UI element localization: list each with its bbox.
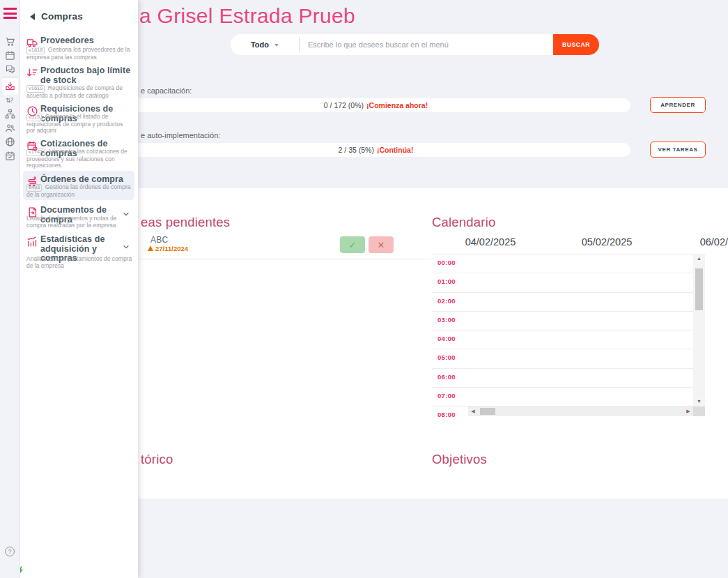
- time-label: 06:00: [432, 369, 456, 381]
- divider: [138, 259, 431, 259]
- sidebar-item-description: Analiza los comportamientos de compra de…: [26, 255, 132, 269]
- time-label: 04:00: [432, 330, 456, 342]
- chevron-down-icon: [274, 44, 279, 47]
- horizontal-scrollbar[interactable]: ◀ ▶: [468, 406, 693, 416]
- icon-rail: ⇅? ?: [0, 0, 20, 578]
- chevron-down-icon: [123, 243, 130, 250]
- implementation-progress-value: 2 / 35 (5%): [339, 146, 374, 154]
- calendar-row: 07:00: [432, 387, 705, 406]
- footer-section: [138, 499, 728, 578]
- menu-title: Compras: [41, 11, 83, 22]
- horizontal-scrollbar-thumb[interactable]: [480, 408, 495, 415]
- calendar-row: 05:00: [432, 349, 705, 367]
- inbox-download-icon: [5, 81, 15, 91]
- calendar-row: 02:00: [432, 292, 705, 311]
- time-label: 05:00: [432, 349, 456, 361]
- search-filter-dropdown[interactable]: Todo: [231, 34, 299, 55]
- task-complete-button[interactable]: ✓: [340, 236, 365, 253]
- calendar-row: 01:00: [432, 273, 705, 291]
- sidebar-item-description: Listado de documentos y notas de compra …: [26, 215, 116, 229]
- main-content: a Grisel Estrada Prueb Todo BUSCAR e cap…: [138, 0, 728, 578]
- objectives-title: Objetivos: [432, 452, 487, 467]
- globe-icon[interactable]: [5, 137, 15, 147]
- scroll-down-icon[interactable]: ▼: [693, 397, 705, 406]
- back-icon: [30, 13, 35, 20]
- pending-tasks-title: eas pendientes: [141, 215, 230, 230]
- warning-icon: [148, 245, 153, 251]
- scroll-up-icon[interactable]: ▲: [693, 254, 705, 264]
- calendar-check-icon[interactable]: [5, 151, 15, 161]
- training-progress-value: 0 / 172 (0%): [324, 101, 364, 109]
- sidebar-item-compras-active[interactable]: [2, 78, 18, 95]
- top-section: [138, 0, 728, 188]
- time-label: 03:00: [432, 312, 456, 324]
- task-dismiss-button[interactable]: ✕: [369, 236, 394, 253]
- learn-button[interactable]: APRENDER: [650, 97, 706, 113]
- hamburger-menu-icon[interactable]: [3, 8, 17, 19]
- divider: [3, 77, 17, 77]
- training-progress-label: e capacitación:: [141, 86, 192, 95]
- sidebar-item-label: Proveedores: [40, 36, 133, 46]
- chat-icon[interactable]: [5, 64, 15, 75]
- calendar-row: 04:00: [432, 330, 705, 349]
- calendar-row: 00:00: [432, 254, 705, 273]
- time-label: 01:00: [432, 273, 456, 285]
- time-label: 08:00: [432, 406, 456, 418]
- sidebar-item-label: Productos bajo límite de stock: [40, 66, 133, 85]
- calendar-date-column-1: 04/02/2025: [465, 236, 516, 248]
- page-title: a Grisel Estrada Prueb: [139, 4, 355, 28]
- time-label: 02:00: [432, 293, 456, 305]
- time-label: 07:00: [432, 388, 456, 400]
- app-screen: a Grisel Estrada Prueb Todo BUSCAR e cap…: [0, 0, 728, 578]
- sidebar-menu: Compras Proveedores v1618 Gestiona los p…: [20, 0, 138, 578]
- task-due: 27/11/2024: [148, 245, 188, 252]
- calendar-grid: 00:00 01:00 02:00 03:00 04:00 05:00 06:0…: [432, 254, 705, 421]
- search-bar: Todo BUSCAR: [231, 34, 599, 55]
- search-input[interactable]: [300, 34, 553, 55]
- view-tasks-button[interactable]: VER TAREAS: [650, 142, 706, 158]
- vertical-scrollbar[interactable]: ▲ ▼: [693, 254, 705, 406]
- scroll-left-icon[interactable]: ◀: [468, 406, 478, 416]
- calendar-icon[interactable]: [5, 50, 15, 61]
- calendar-date-column-3: 06/02/2025: [700, 236, 728, 248]
- sidebar-item-description: Gestiona las órdenes de compra de la org…: [26, 183, 131, 198]
- menu-header[interactable]: Compras: [30, 11, 83, 22]
- calendar-row: 06:00: [432, 368, 705, 387]
- calendar-date-column-2: 05/02/2025: [582, 236, 633, 248]
- swap-help-icon[interactable]: ⇅?: [6, 97, 16, 107]
- implementation-progress-label: e auto-implementación:: [141, 131, 220, 139]
- scrollbar-corner: [693, 406, 705, 416]
- chart-bars-icon: [26, 236, 38, 248]
- implementation-progress-cta: ¡Continúa!: [377, 146, 414, 154]
- task-due-date: 27/11/2024: [155, 245, 188, 252]
- calendar-title: Calendario: [432, 215, 495, 230]
- cart-icon[interactable]: [5, 36, 15, 47]
- search-filter-value: Todo: [251, 40, 269, 49]
- training-progress-cta: ¡Comienza ahora!: [366, 101, 428, 109]
- scroll-right-icon[interactable]: ▶: [683, 406, 693, 416]
- users-icon[interactable]: [5, 123, 15, 133]
- help-icon[interactable]: ?: [5, 547, 15, 556]
- training-progress-bar: 0 / 172 (0%) ¡Comienza ahora!: [121, 98, 630, 112]
- vertical-scrollbar-thumb[interactable]: [695, 268, 703, 310]
- implementation-progress-bar: 2 / 35 (5%) ¡Continúa!: [121, 143, 630, 157]
- history-title: tórico: [141, 452, 173, 467]
- search-button[interactable]: BUSCAR: [553, 34, 599, 55]
- sitemap-icon[interactable]: [5, 109, 15, 119]
- task-name: ABC: [150, 235, 169, 245]
- sort-down-icon: [26, 67, 38, 79]
- time-label: 00:00: [432, 254, 456, 266]
- calendar-row: 03:00: [432, 311, 705, 330]
